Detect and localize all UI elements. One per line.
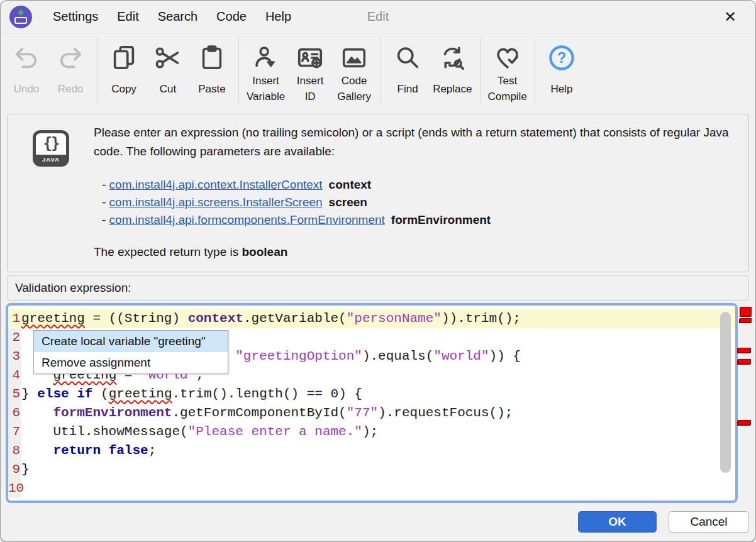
- undo-button[interactable]: Undo: [4, 33, 48, 109]
- script-editor-dialog: SettingsEditSearchCodeHelp Edit ✕ UndoRe…: [0, 0, 756, 542]
- toolbar-separator: [535, 37, 535, 104]
- parameter-name: formEnvironment: [391, 213, 491, 226]
- error-mark[interactable]: [740, 318, 752, 323]
- intention-popup-menu: Create local variable "greeting"Remove a…: [33, 330, 228, 374]
- line-number: 7: [8, 423, 21, 441]
- vertical-scrollbar-thumb[interactable]: [720, 312, 731, 473]
- menu-search[interactable]: Search: [148, 6, 207, 28]
- redo-icon: [56, 33, 85, 72]
- error-mark[interactable]: [738, 359, 751, 364]
- code-text: } else if (greeting.trim().length() == 0…: [21, 385, 362, 404]
- undo-label: Undo: [14, 72, 40, 105]
- paste-label: Paste: [198, 72, 225, 105]
- api-class-link[interactable]: com.install4j.api.formcomponents.FormEnv…: [109, 213, 385, 226]
- line-number: 9: [8, 460, 21, 479]
- copy-button[interactable]: Copy: [102, 33, 146, 109]
- line-number: 4: [8, 366, 21, 385]
- code-line-8[interactable]: 8 return false;: [8, 441, 735, 460]
- help-button[interactable]: ?Help: [540, 33, 584, 109]
- help-icon: ?: [547, 33, 576, 72]
- error-mark[interactable]: [738, 420, 751, 425]
- code-text: Util.showMessage("Please enter a name.")…: [21, 423, 378, 441]
- instructions-text: Please enter an expression (no trailing …: [94, 123, 729, 161]
- ok-button[interactable]: OK: [578, 511, 657, 533]
- code-line-7[interactable]: 7 Util.showMessage("Please enter a name.…: [8, 423, 735, 441]
- cancel-button[interactable]: Cancel: [669, 511, 749, 533]
- line-number: 3: [8, 347, 21, 366]
- menu-bar: SettingsEditSearchCodeHelp Edit ✕: [1, 1, 755, 33]
- code-gallery-label: Code Gallery: [337, 72, 371, 105]
- toolbar-separator: [381, 37, 381, 104]
- app-icon: [9, 6, 32, 28]
- return-type-value: boolean: [242, 245, 288, 258]
- parameter-row: - com.install4j.api.context.InstallerCon…: [102, 176, 729, 194]
- code-line-9[interactable]: 9}: [8, 460, 735, 479]
- menu-items: SettingsEditSearchCodeHelp: [43, 6, 301, 28]
- popup-menu-item[interactable]: Create local variable "greeting": [34, 331, 228, 352]
- info-panel: {} JAVA Please enter an expression (no t…: [7, 114, 749, 272]
- error-mark[interactable]: [738, 348, 751, 353]
- find-label: Find: [397, 72, 418, 105]
- menu-edit[interactable]: Edit: [108, 6, 148, 28]
- window-title: Edit: [367, 9, 389, 24]
- test-compile-icon: [493, 33, 522, 72]
- find-icon: [393, 33, 422, 72]
- line-number: 2: [8, 328, 21, 347]
- help-label: Help: [550, 72, 572, 105]
- code-gallery-icon: [340, 33, 369, 72]
- code-line-5[interactable]: 5} else if (greeting.trim().length() == …: [8, 385, 735, 404]
- code-line-1[interactable]: 1greeting = ((String) context.getVariabl…: [8, 309, 735, 328]
- redo-label: Redo: [58, 72, 84, 105]
- find-button[interactable]: Find: [386, 33, 430, 109]
- insert-variable-button[interactable]: Insert Variable: [243, 33, 288, 109]
- menu-help[interactable]: Help: [256, 6, 301, 28]
- java-code-icon: {} JAVA: [33, 130, 69, 167]
- replace-icon: [438, 33, 467, 72]
- line-number: 5: [8, 385, 21, 404]
- paste-icon: [197, 33, 226, 72]
- parameter-list: - com.install4j.api.context.InstallerCon…: [102, 176, 729, 229]
- toolbar-separator: [238, 37, 239, 104]
- line-number: 6: [8, 404, 21, 423]
- menu-code[interactable]: Code: [207, 6, 256, 28]
- return-type-line: The expected return type is boolean: [94, 245, 729, 259]
- parameter-name: screen: [329, 196, 367, 209]
- validation-expression-box: Validation expression:: [7, 275, 749, 301]
- parameter-row: - com.install4j.api.screens.InstallerScr…: [102, 194, 729, 211]
- insert-variable-label: Insert Variable: [247, 72, 285, 105]
- code-text: formEnvironment.getFormComponentById("77…: [21, 404, 513, 423]
- line-number: 1: [8, 309, 21, 328]
- copy-label: Copy: [111, 72, 136, 105]
- line-number: 8: [8, 441, 21, 460]
- insert-id-icon: [296, 33, 325, 72]
- test-compile-button[interactable]: Test Compile: [485, 33, 530, 109]
- code-line-6[interactable]: 6 formEnvironment.getFormComponentById("…: [8, 404, 735, 423]
- copy-icon: [109, 33, 138, 72]
- error-mark[interactable]: [740, 307, 752, 316]
- code-text: return false;: [21, 441, 156, 460]
- code-gallery-button[interactable]: Code Gallery: [332, 33, 376, 109]
- code-line-10[interactable]: 10: [8, 479, 735, 498]
- toolbar-separator: [97, 37, 97, 104]
- redo-button[interactable]: Redo: [48, 33, 92, 109]
- code-text: }: [21, 460, 30, 479]
- line-number: 10: [8, 479, 21, 498]
- toolbar: UndoRedoCopyCutPasteInsert VariableInser…: [1, 33, 755, 109]
- svg-text:?: ?: [557, 49, 567, 66]
- close-icon[interactable]: ✕: [719, 7, 742, 27]
- api-class-link[interactable]: com.install4j.api.screens.InstallerScree…: [109, 196, 323, 209]
- test-compile-label: Test Compile: [488, 72, 527, 105]
- validation-expression-label: Validation expression:: [15, 281, 131, 295]
- api-class-link[interactable]: com.install4j.api.context.InstallerConte…: [109, 178, 323, 191]
- insert-variable-icon: [252, 33, 281, 72]
- cut-button[interactable]: Cut: [146, 33, 190, 109]
- menu-settings[interactable]: Settings: [43, 6, 108, 28]
- popup-menu-item[interactable]: Remove assignment: [34, 352, 228, 373]
- insert-id-button[interactable]: Insert ID: [288, 33, 332, 109]
- parameter-row: - com.install4j.api.formcomponents.FormE…: [102, 211, 729, 229]
- paste-button[interactable]: Paste: [190, 33, 234, 109]
- replace-button[interactable]: Replace: [430, 33, 475, 109]
- cut-label: Cut: [160, 72, 176, 105]
- parameter-name: context: [329, 178, 372, 191]
- undo-icon: [12, 33, 41, 72]
